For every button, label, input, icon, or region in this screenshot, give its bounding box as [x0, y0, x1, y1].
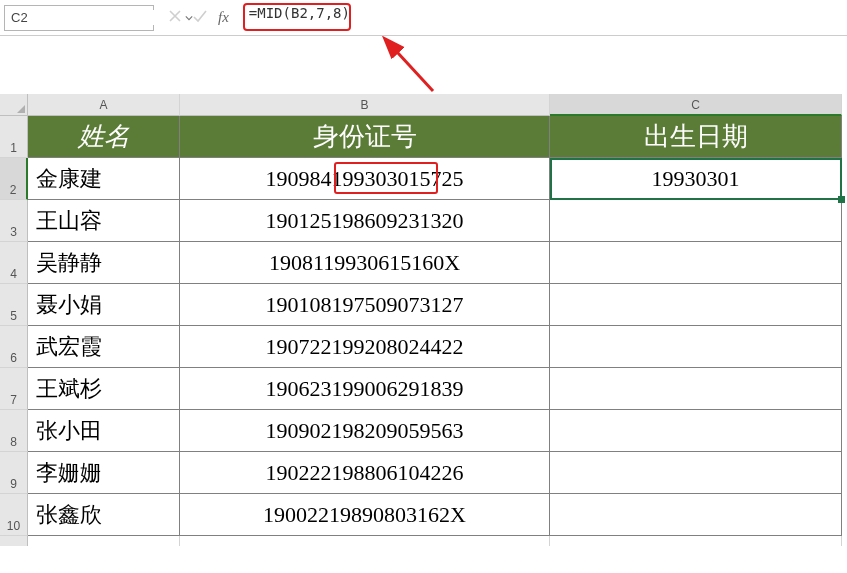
cell-value: 190984199303015725 [266, 166, 464, 192]
row-header[interactable]: 3 [0, 200, 28, 242]
cell-A3[interactable]: 王山容 [28, 200, 180, 242]
cell-A9[interactable]: 李姗姗 [28, 452, 180, 494]
table-row [0, 536, 847, 546]
cell-C3[interactable] [550, 200, 842, 242]
table-row: 1 姓名 身份证号 出生日期 [0, 116, 847, 158]
cell-C7[interactable] [550, 368, 842, 410]
cell-B7[interactable]: 190623199006291839 [180, 368, 550, 410]
cell-B11[interactable] [180, 536, 550, 546]
row-header[interactable]: 9 [0, 452, 28, 494]
header-cell-dob[interactable]: 出生日期 [550, 116, 842, 158]
table-row: 2 金康建 190984199303015725 19930301 [0, 158, 847, 200]
column-headers: A B C [0, 94, 847, 116]
cell-C4[interactable] [550, 242, 842, 284]
cell-B5[interactable]: 190108197509073127 [180, 284, 550, 326]
cell-B3[interactable]: 190125198609231320 [180, 200, 550, 242]
table-row: 9 李姗姗 190222198806104226 [0, 452, 847, 494]
cell-A7[interactable]: 王斌杉 [28, 368, 180, 410]
header-cell-id[interactable]: 身份证号 [180, 116, 550, 158]
enter-icon[interactable] [192, 9, 208, 27]
cell-C6[interactable] [550, 326, 842, 368]
cell-A6[interactable]: 武宏霞 [28, 326, 180, 368]
table-row: 10 张鑫欣 19002219890803162X [0, 494, 847, 536]
col-header-A[interactable]: A [28, 94, 180, 116]
select-all-corner[interactable] [0, 94, 28, 116]
cell-A8[interactable]: 张小田 [28, 410, 180, 452]
formula-bar: fx =MID(B2,7,8) [0, 0, 847, 36]
callout-arrow [378, 36, 448, 96]
row-header[interactable]: 7 [0, 368, 28, 410]
col-header-B[interactable]: B [180, 94, 550, 116]
row-header[interactable]: 6 [0, 326, 28, 368]
row-header[interactable] [0, 536, 28, 546]
cell-A5[interactable]: 聂小娟 [28, 284, 180, 326]
table-row: 7 王斌杉 190623199006291839 [0, 368, 847, 410]
cell-B9[interactable]: 190222198806104226 [180, 452, 550, 494]
formula-input[interactable]: =MID(B2,7,8) [243, 5, 843, 31]
cell-A4[interactable]: 吴静静 [28, 242, 180, 284]
name-box-container [4, 5, 154, 31]
cell-B6[interactable]: 190722199208024422 [180, 326, 550, 368]
cell-C9[interactable] [550, 452, 842, 494]
name-box[interactable] [5, 10, 185, 25]
cell-C8[interactable] [550, 410, 842, 452]
table-row: 4 吴静静 1908119930615160X [0, 242, 847, 284]
fx-icon[interactable]: fx [218, 9, 229, 26]
table-row: 8 张小田 190902198209059563 [0, 410, 847, 452]
row-header[interactable]: 4 [0, 242, 28, 284]
row-header[interactable]: 2 [0, 158, 28, 200]
cell-B4[interactable]: 1908119930615160X [180, 242, 550, 284]
cell-B10[interactable]: 19002219890803162X [180, 494, 550, 536]
col-header-C[interactable]: C [550, 94, 842, 116]
cell-C11[interactable] [550, 536, 842, 546]
row-header[interactable]: 1 [0, 116, 28, 158]
cell-C10[interactable] [550, 494, 842, 536]
formula-bar-buttons: fx [160, 9, 237, 27]
header-cell-name[interactable]: 姓名 [28, 116, 180, 158]
table-row: 6 武宏霞 190722199208024422 [0, 326, 847, 368]
table-row: 3 王山容 190125198609231320 [0, 200, 847, 242]
cell-A11[interactable] [28, 536, 180, 546]
row-header[interactable]: 5 [0, 284, 28, 326]
cell-C2[interactable]: 19930301 [550, 158, 842, 200]
row-header[interactable]: 8 [0, 410, 28, 452]
svg-line-0 [386, 40, 433, 91]
cell-B2[interactable]: 190984199303015725 [180, 158, 550, 200]
worksheet: A B C 1 姓名 身份证号 出生日期 2 金康建 1909841993030… [0, 94, 847, 546]
cancel-icon[interactable] [168, 9, 182, 27]
row-header[interactable]: 10 [0, 494, 28, 536]
cell-C5[interactable] [550, 284, 842, 326]
cell-A10[interactable]: 张鑫欣 [28, 494, 180, 536]
cell-B8[interactable]: 190902198209059563 [180, 410, 550, 452]
table-row: 5 聂小娟 190108197509073127 [0, 284, 847, 326]
cell-A2[interactable]: 金康建 [28, 158, 180, 200]
